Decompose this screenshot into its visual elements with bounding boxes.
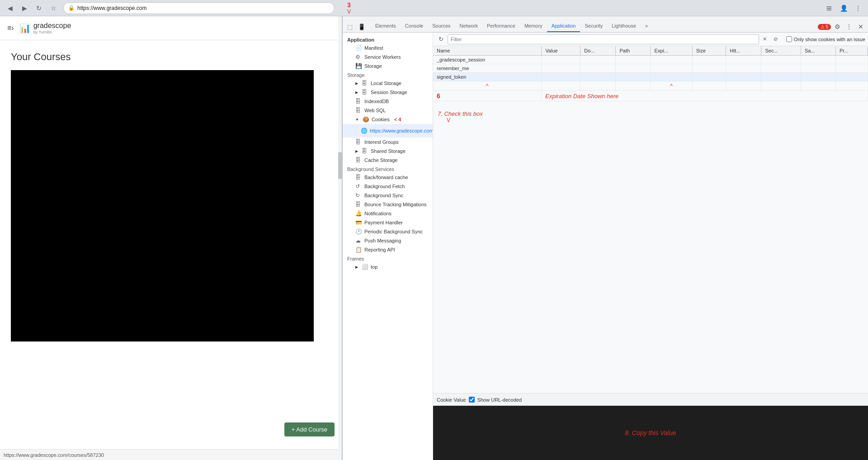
devtools-sidebar: Application 📄 Manifest ⚙ Service Workers… — [343, 33, 433, 460]
profile-button[interactable]: 👤 — [837, 2, 850, 14]
cookie-http-2 — [726, 64, 761, 73]
devtools-tab-bar: ⬚ 📱 Elements Console Sources Network Per… — [343, 16, 868, 33]
sidebar-item-bounce-tracking[interactable]: 🗄 Bounce Tracking Mitigations — [343, 200, 433, 209]
sidebar-item-websql[interactable]: 🗄 Web SQL — [343, 106, 433, 115]
browser-actions: ⊞ 👤 ⋮ — [823, 2, 864, 14]
sidebar-item-notifications[interactable]: 🔔 Notifications — [343, 209, 433, 218]
up-arrow-col5: ^ — [651, 81, 692, 91]
tab-memory[interactable]: Memory — [520, 20, 547, 32]
error-count-badge: ⚠ 5 — [818, 24, 831, 30]
sidebar-item-push-messaging[interactable]: ☁ Push Messaging — [343, 236, 433, 245]
sidebar-item-storage[interactable]: 💾 Storage — [343, 62, 433, 71]
sidebar-item-manifest[interactable]: 📄 Manifest — [343, 43, 433, 52]
tab-application[interactable]: Application — [547, 20, 580, 32]
devtools-settings-icon[interactable]: ⚙ — [832, 21, 843, 32]
sidebar-item-bg-sync[interactable]: ↻ Background Sync — [343, 191, 433, 200]
table-row[interactable]: signed_token — [433, 73, 868, 81]
bookmark-button[interactable]: ☆ — [47, 2, 60, 14]
cookie-value-3 — [542, 73, 580, 81]
add-course-button[interactable]: + Add Course — [284, 422, 335, 436]
sidebar-item-cookies[interactable]: ▼ 🍪 Cookies < 4 — [343, 115, 433, 124]
menu-button[interactable]: ⋮ — [852, 2, 864, 14]
tab-security[interactable]: Security — [580, 20, 607, 32]
filter-clear-button[interactable]: ✕ — [761, 35, 769, 43]
up-arrow-col7 — [726, 81, 761, 91]
sidebar-item-service-workers[interactable]: ⚙ Service Workers — [343, 52, 433, 62]
sidebar-item-back-forward[interactable]: 🗄 Back/forward cache — [343, 173, 433, 182]
table-row[interactable]: _gradescope_session — [433, 56, 868, 64]
scrollbar-thumb[interactable] — [338, 152, 342, 179]
col-size: Size — [692, 46, 726, 56]
sidebar-item-shared-storage[interactable]: ▶ 🗄 Shared Storage — [343, 147, 433, 156]
sidebar-item-interest-groups[interactable]: 🗄 Interest Groups — [343, 138, 433, 147]
frame-icon: ⬜ — [362, 264, 368, 270]
tab-sources[interactable]: Sources — [428, 20, 455, 32]
expiration-annotation: Expiration Date Shown here — [542, 91, 868, 101]
cookie-sec-1 — [761, 56, 801, 64]
filter-icons: ⊘ — [771, 34, 781, 44]
sidebar-item-periodic-sync[interactable]: 🕐 Periodic Background Sync — [343, 227, 433, 236]
address-bar[interactable]: 🔒 https://www.gradescope.com — [63, 2, 335, 14]
cookie-pri-1 — [835, 56, 868, 64]
session-storage-icon: 🗄 — [362, 89, 368, 95]
course-content-area — [11, 70, 314, 341]
cookie-size-1 — [692, 56, 726, 64]
sidebar-item-payment-handler[interactable]: 💳 Payment Handler — [343, 218, 433, 227]
col-httponly: Htt... — [726, 46, 761, 56]
col-name: Name — [433, 46, 542, 56]
cookie-http-1 — [726, 56, 761, 64]
up-arrow-col10 — [835, 81, 868, 91]
cookie-path-3 — [616, 73, 651, 81]
cookies-only-label: Only show cookies with an issue — [786, 36, 865, 42]
logo-icon: 📊 — [19, 23, 31, 33]
up-arrow-col4 — [616, 81, 651, 91]
up-arrow-col3 — [580, 81, 616, 91]
devtools-more-options[interactable]: ⋮ — [844, 21, 854, 32]
step3-annotation: 3 — [347, 1, 351, 9]
local-storage-icon: 🗄 — [362, 80, 368, 86]
webpage-pane: ≡› 📊 gradescope by Turnitin Your Courses… — [0, 16, 342, 460]
back-button[interactable]: ◀ — [4, 2, 16, 14]
filter-input[interactable] — [448, 34, 759, 44]
col-priority: Pr... — [835, 46, 868, 56]
cookie-size-3 — [692, 73, 726, 81]
tab-performance[interactable]: Performance — [482, 20, 520, 32]
cookies-badge: < 4 — [394, 117, 401, 122]
reload-button[interactable]: ↻ — [33, 2, 45, 14]
show-url-decoded-checkbox[interactable] — [469, 397, 475, 403]
sidebar-item-cookies-url[interactable]: 🌐 https://www.gradescope.com < 5 — [343, 124, 433, 138]
sidebar-item-reporting-api[interactable]: 📋 Reporting API — [343, 245, 433, 254]
devtools-body: Application 📄 Manifest ⚙ Service Workers… — [343, 33, 868, 460]
tab-more[interactable]: » — [641, 20, 652, 32]
show-url-decoded-label: Show URL-decoded — [477, 397, 522, 403]
tab-lighthouse[interactable]: Lighthouse — [607, 20, 641, 32]
expand-arrow-shared: ▶ — [355, 149, 358, 153]
vertical-scrollbar[interactable] — [338, 16, 342, 460]
cookie-expiry-1 — [651, 56, 692, 64]
forward-button[interactable]: ▶ — [18, 2, 31, 14]
tab-network[interactable]: Network — [455, 20, 482, 32]
sidebar-item-indexeddb[interactable]: 🗄 IndexedDB — [343, 97, 433, 106]
device-toolbar-icon[interactable]: 📱 — [356, 21, 367, 32]
inspect-element-icon[interactable]: ⬚ — [344, 21, 355, 32]
sidebar-item-bg-fetch[interactable]: ↺ Background Fetch — [343, 182, 433, 191]
copy-annotation: 8. Copy this Value — [625, 429, 676, 436]
webpage-header: ≡› 📊 gradescope by Turnitin — [0, 16, 342, 40]
tab-console[interactable]: Console — [401, 20, 428, 32]
filter-refresh-button[interactable]: ↻ — [436, 34, 446, 44]
filter-icon-1[interactable]: ⊘ — [771, 34, 781, 44]
reporting-api-icon: 📋 — [355, 247, 362, 253]
sidebar-item-local-storage[interactable]: ▶ 🗄 Local Storage — [343, 79, 433, 88]
logo-name: gradescope — [33, 22, 71, 29]
sidebar-item-frames-top[interactable]: ▶ ⬜ top — [343, 262, 433, 271]
table-row[interactable]: remember_me — [433, 64, 868, 73]
cookie-value-bar: Cookie Value Show URL-decoded — [433, 393, 868, 406]
sidebar-item-cache-storage[interactable]: 🗄 Cache Storage — [343, 156, 433, 165]
sidebar-item-session-storage[interactable]: ▶ 🗄 Session Storage — [343, 88, 433, 97]
extensions-button[interactable]: ⊞ — [823, 2, 835, 14]
devtools-close-button[interactable]: ✕ — [855, 21, 866, 32]
tab-elements[interactable]: Elements — [371, 20, 401, 32]
cookies-only-checkbox[interactable] — [786, 36, 792, 42]
hamburger-menu[interactable]: ≡› — [7, 24, 14, 32]
lock-icon: 🔒 — [68, 5, 75, 11]
